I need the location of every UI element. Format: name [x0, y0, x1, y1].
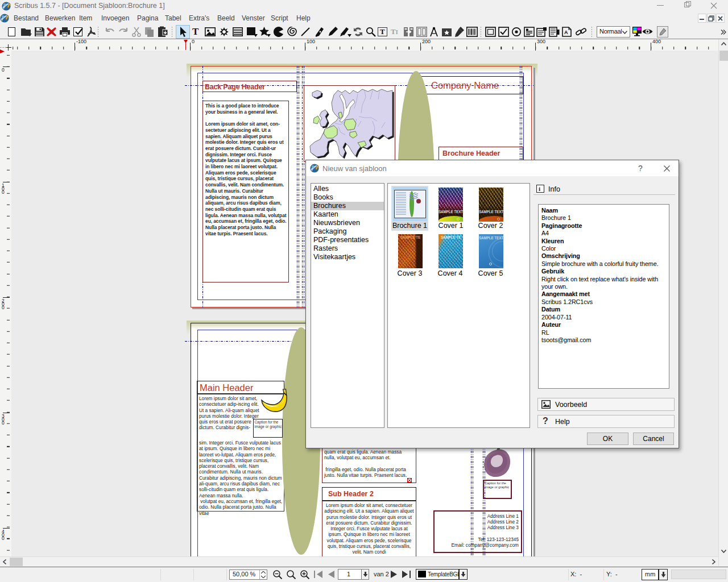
svg-text:A: A [564, 30, 568, 35]
